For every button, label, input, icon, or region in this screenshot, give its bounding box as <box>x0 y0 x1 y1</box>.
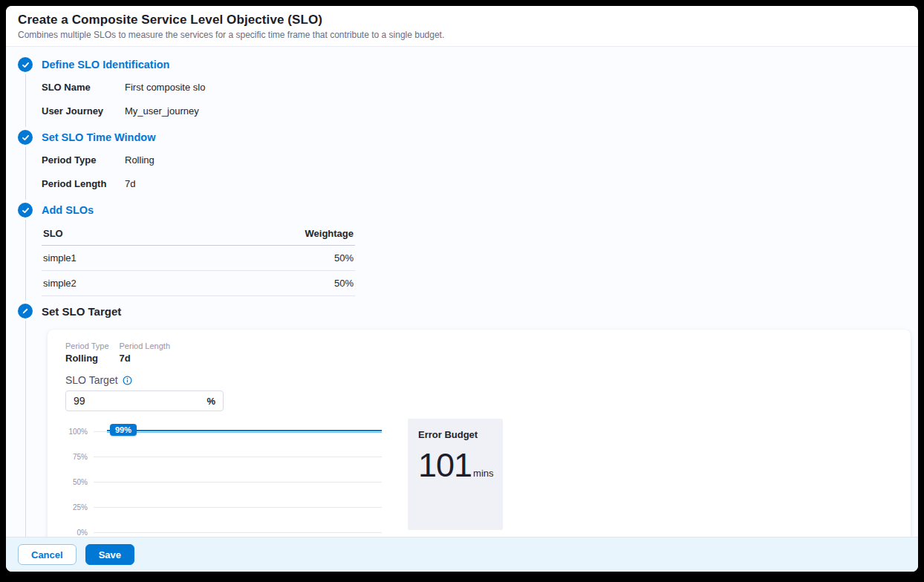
error-budget-label: Error Budget <box>418 429 492 440</box>
create-composite-slo-window: Create a Composite Service Level Objecti… <box>6 6 918 572</box>
check-circle-icon <box>18 130 33 145</box>
page-header: Create a Composite Service Level Objecti… <box>6 6 918 47</box>
error-budget-tile: Error Budget 101 mins <box>408 419 503 530</box>
error-budget-value: 101 <box>418 446 472 485</box>
weightage-cell: 50% <box>171 246 355 271</box>
field-row: User Journey My_user_journey <box>42 99 906 122</box>
table-row: simple1 50% <box>42 246 355 271</box>
slo-cell: simple2 <box>42 271 171 296</box>
target-slider-handle[interactable]: 99% <box>110 424 137 436</box>
period-type-label: Period Type <box>42 154 125 166</box>
period-type-label: Period Type <box>65 341 109 350</box>
field-row: SLO Name First composite slo <box>42 75 906 99</box>
stepper-connector <box>25 147 26 200</box>
period-summary: Period Type Rolling Period Length 7d <box>65 341 893 364</box>
gridline <box>94 532 382 533</box>
period-length-label: Period Length <box>120 341 171 350</box>
user-journey-label: User Journey <box>42 105 125 117</box>
slo-name-value: First composite slo <box>125 82 205 93</box>
slo-target-chart: 100% 75% 50% 25% 0% 99% <box>65 419 382 537</box>
period-type-value: Rolling <box>125 154 154 166</box>
percent-suffix: % <box>206 396 215 407</box>
step-3-gutter <box>18 200 42 301</box>
step-title-set-slo-time-window[interactable]: Set SLO Time Window <box>42 127 906 148</box>
table-row: simple2 50% <box>42 271 355 296</box>
page-subtitle: Combines multiple SLOs to measure the se… <box>18 30 906 40</box>
check-circle-icon <box>18 57 33 72</box>
slo-target-card: Period Type Rolling Period Length 7d SLO… <box>48 330 911 537</box>
step-title-define-slo-identification[interactable]: Define SLO Identification <box>42 54 906 75</box>
step-4-gutter <box>18 301 42 537</box>
slo-target-input[interactable] <box>66 391 192 411</box>
wizard-footer: Cancel Save <box>6 537 918 572</box>
gridline <box>94 482 382 483</box>
info-icon[interactable] <box>123 376 132 385</box>
y-tick-50: 50% <box>65 478 94 486</box>
edit-circle-icon <box>18 304 33 318</box>
y-tick-75: 75% <box>65 453 94 461</box>
gridline <box>94 507 382 508</box>
y-tick-100: 100% <box>65 428 94 436</box>
step-add-slos: Add SLOs SLO Weightage simple1 50% <box>18 200 906 301</box>
step-2-gutter <box>18 127 42 200</box>
period-type-value: Rolling <box>65 353 109 364</box>
field-row: Period Type Rolling <box>42 148 906 171</box>
gridline <box>94 457 382 457</box>
user-journey-value: My_user_journey <box>125 105 199 117</box>
slo-target-label: SLO Target <box>65 374 118 386</box>
step-define-slo-identification: Define SLO Identification SLO Name First… <box>18 54 906 127</box>
slo-name-label: SLO Name <box>42 82 125 93</box>
slo-target-input-wrap: % <box>65 390 224 411</box>
period-length-label: Period Length <box>42 178 125 189</box>
stepper-connector <box>25 74 26 127</box>
target-slider-track[interactable]: 99% <box>107 430 382 433</box>
target-chart-row: 100% 75% 50% 25% 0% 99% Error Budget <box>65 419 893 537</box>
slos-weightage-table: SLO Weightage simple1 50% simple2 50% <box>42 222 355 296</box>
slo-cell: simple1 <box>42 246 171 271</box>
period-length-value: 7d <box>125 178 135 189</box>
stepper-connector <box>25 321 26 537</box>
step-1-gutter <box>18 54 42 127</box>
table-header-row: SLO Weightage <box>42 222 355 246</box>
period-length-value: 7d <box>120 353 171 364</box>
column-header-slo: SLO <box>42 222 171 246</box>
y-tick-25: 25% <box>65 503 94 511</box>
save-button[interactable]: Save <box>85 544 134 565</box>
page-title: Create a Composite Service Level Objecti… <box>18 13 906 27</box>
wizard-body: Define SLO Identification SLO Name First… <box>6 47 918 537</box>
weightage-cell: 50% <box>171 271 355 296</box>
cancel-button[interactable]: Cancel <box>18 544 77 565</box>
error-budget-unit: mins <box>473 468 493 479</box>
column-header-weightage: Weightage <box>171 222 355 246</box>
stepper-connector <box>25 220 26 301</box>
step-title-set-slo-target[interactable]: Set SLO Target <box>42 301 906 322</box>
step-set-slo-target: Set SLO Target Period Type Rolling Perio… <box>18 301 906 537</box>
step-set-slo-time-window: Set SLO Time Window Period Type Rolling … <box>18 127 906 200</box>
y-tick-0: 0% <box>65 529 94 537</box>
check-circle-icon <box>18 203 33 218</box>
field-row: Period Length 7d <box>42 171 906 195</box>
step-title-add-slos[interactable]: Add SLOs <box>42 200 906 220</box>
